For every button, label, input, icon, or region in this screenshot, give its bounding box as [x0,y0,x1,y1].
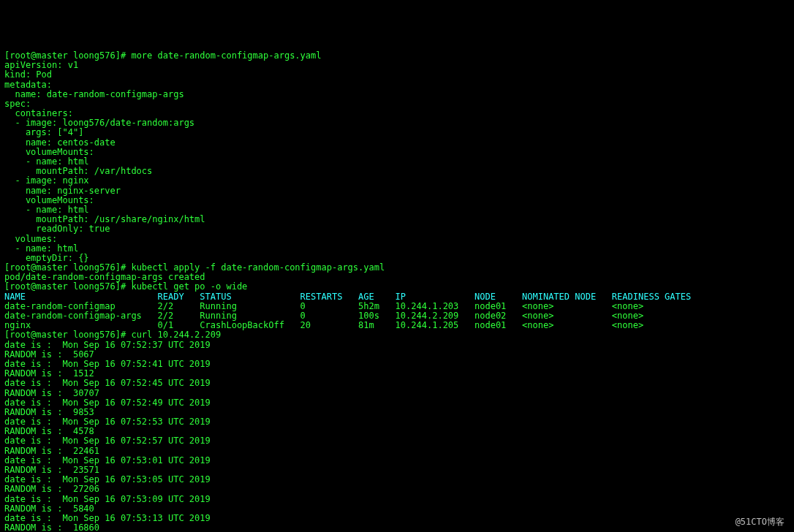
command-curl: curl 10.244.2.209 [131,330,221,340]
yaml-line: - name: html [4,156,89,167]
yaml-line: name: centos-date [4,137,116,148]
curl-output: date is : Mon Sep 16 07:52:53 UTC 2019 [4,417,211,427]
yaml-line: emptyDir: {} [4,253,89,263]
watermark-label: @51CTO博客 [733,517,787,528]
curl-output: date is : Mon Sep 16 07:52:49 UTC 2019 [4,398,211,408]
curl-output: RANDOM is : 27206 [4,484,99,494]
table-header: NAME READY STATUS RESTARTS AGE IP NODE N… [4,292,691,302]
curl-output: date is : Mon Sep 16 07:53:13 UTC 2019 [4,513,211,523]
yaml-line: volumeMounts: [4,147,94,157]
curl-output: date is : Mon Sep 16 07:53:01 UTC 2019 [4,455,211,466]
table-row: nginx 0/1 CrashLoopBackOff 20 81m 10.244… [4,320,643,330]
yaml-line: name: nginx-server [4,186,121,196]
curl-output: RANDOM is : 1512 [4,368,94,379]
curl-output: RANDOM is : 4578 [4,426,94,436]
yaml-line: containers: [4,108,73,118]
yaml-line: apiVersion: v1 [4,60,78,70]
yaml-line: metadata: [4,80,52,90]
shell-prompt: [root@master loong576]# [4,330,126,340]
table-row: date-random-configmap-args 2/2 Running 0… [4,311,643,321]
yaml-line: - image: nginx [4,175,89,186]
curl-output: date is : Mon Sep 16 07:53:09 UTC 2019 [4,494,211,504]
yaml-line: spec: [4,99,31,109]
yaml-line: readOnly: true [4,224,110,234]
command-get: kubectl get po -o wide [131,281,247,292]
curl-output: date is : Mon Sep 16 07:52:45 UTC 2019 [4,378,211,388]
curl-output: date is : Mon Sep 16 07:53:05 UTC 2019 [4,474,211,484]
table-row: date-random-configmap 2/2 Running 0 5h2m… [4,301,643,311]
yaml-line: name: date-random-configmap-args [4,89,184,99]
apply-output: pod/date-random-configmap-args created [4,272,205,282]
shell-prompt: [root@master loong576]# [4,281,126,292]
curl-output: RANDOM is : 9853 [4,407,94,417]
yaml-line: kind: Pod [4,69,52,80]
curl-output: RANDOM is : 22461 [4,446,99,456]
yaml-line: mountPath: /usr/share/nginx/html [4,214,205,224]
curl-output: RANDOM is : 30707 [4,388,99,398]
yaml-line: volumeMounts: [4,195,94,205]
command-more: more date-random-configmap-args.yaml [131,50,321,61]
yaml-line: - name: html [4,243,78,254]
yaml-line: mountPath: /var/htdocs [4,166,152,176]
curl-output: date is : Mon Sep 16 07:52:57 UTC 2019 [4,436,211,446]
curl-output: RANDOM is : 16860 [4,522,99,532]
curl-output: RANDOM is : 5840 [4,503,94,514]
curl-output: date is : Mon Sep 16 07:52:41 UTC 2019 [4,359,211,369]
yaml-line: - name: html [4,205,89,215]
curl-output: date is : Mon Sep 16 07:52:37 UTC 2019 [4,340,211,350]
yaml-line: - image: loong576/date-random:args [4,118,194,128]
shell-prompt: [root@master loong576]# [4,262,126,273]
yaml-line: volumes: [4,234,57,244]
shell-prompt: [root@master loong576]# [4,50,126,61]
command-apply: kubectl apply -f date-random-configmap-a… [131,262,385,273]
curl-output: RANDOM is : 5067 [4,349,94,360]
curl-output: RANDOM is : 23571 [4,465,99,475]
yaml-line: args: ["4"] [4,127,83,137]
